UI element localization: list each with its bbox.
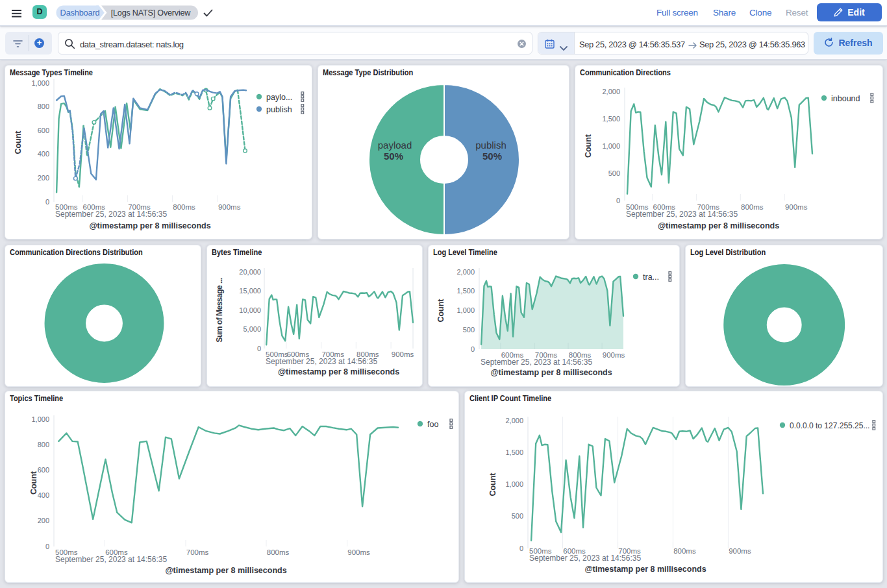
svg-text:800ms: 800ms: [173, 203, 195, 211]
svg-text:0: 0: [45, 198, 49, 206]
svg-text:@timestamp per 8 milliseconds: @timestamp per 8 milliseconds: [89, 221, 210, 230]
svg-text:5,000: 5,000: [243, 325, 261, 333]
svg-text:600: 600: [38, 466, 49, 474]
svg-text:1,500: 1,500: [505, 448, 523, 456]
svg-text:1,500: 1,500: [602, 115, 620, 123]
svg-text:0.0.0.0 to 127.255.25...: 0.0.0.0 to 127.255.25...: [790, 421, 869, 430]
svg-text:500: 500: [608, 169, 620, 177]
svg-text:1,000: 1,000: [602, 142, 620, 150]
svg-text:50%: 50%: [482, 151, 502, 162]
svg-text:800: 800: [38, 441, 49, 448]
svg-text:2,000: 2,000: [505, 417, 523, 424]
svg-text:@timestamp per 8 milliseconds: @timestamp per 8 milliseconds: [165, 566, 286, 575]
svg-text:Count: Count: [584, 134, 593, 158]
svg-text:Count: Count: [29, 471, 38, 495]
svg-text:1,000: 1,000: [31, 79, 49, 87]
svg-text:@timestamp per 8 milliseconds: @timestamp per 8 milliseconds: [490, 368, 612, 377]
svg-text:2,000: 2,000: [602, 88, 620, 95]
svg-text:0: 0: [616, 197, 620, 204]
svg-text:Count: Count: [436, 299, 445, 323]
svg-text:700ms: 700ms: [186, 548, 209, 556]
svg-text:Count: Count: [488, 472, 497, 496]
svg-text:800ms: 800ms: [267, 548, 290, 556]
svg-text:publish: publish: [475, 140, 506, 151]
svg-text:15,000: 15,000: [239, 287, 261, 295]
svg-text:900ms: 900ms: [603, 351, 625, 359]
svg-text:900ms: 900ms: [392, 350, 414, 358]
svg-text:900ms: 900ms: [347, 548, 370, 556]
svg-text:publish: publish: [266, 105, 292, 114]
svg-text:2,000: 2,000: [456, 268, 475, 276]
svg-text:500: 500: [463, 326, 475, 334]
svg-text:payload: payload: [378, 140, 412, 151]
svg-text:500: 500: [512, 512, 523, 520]
svg-text:0: 0: [471, 345, 475, 353]
svg-text:10,000: 10,000: [239, 306, 261, 314]
svg-text:September 25, 2023 at 14:56:35: September 25, 2023 at 14:56:35: [626, 210, 738, 219]
svg-text:Count: Count: [14, 130, 23, 154]
svg-text:@timestamp per 8 milliseconds: @timestamp per 8 milliseconds: [658, 221, 779, 230]
svg-text:200: 200: [38, 517, 49, 524]
svg-text:paylo...: paylo...: [266, 93, 292, 102]
svg-text:[Logs NATS] Overview: [Logs NATS] Overview: [111, 8, 192, 18]
svg-text:600: 600: [38, 127, 49, 134]
svg-text:1,000: 1,000: [31, 415, 49, 423]
svg-text:inbound: inbound: [831, 94, 860, 103]
svg-text:@timestamp per 8 milliseconds: @timestamp per 8 milliseconds: [278, 367, 399, 376]
svg-text:1,000: 1,000: [456, 306, 475, 314]
svg-text:900ms: 900ms: [729, 547, 751, 555]
svg-text:400: 400: [38, 491, 49, 499]
svg-text:foo: foo: [427, 420, 438, 429]
svg-text:1,000: 1,000: [505, 480, 523, 488]
svg-text:800: 800: [38, 103, 49, 110]
svg-text:0: 0: [519, 545, 523, 552]
svg-text:September 25, 2023 at 14:56:35: September 25, 2023 at 14:56:35: [481, 358, 592, 367]
svg-text:tra...: tra...: [643, 273, 659, 282]
svg-text:Dashboard: Dashboard: [60, 8, 100, 18]
svg-text:400: 400: [38, 150, 49, 158]
svg-text:September 25, 2023 at 14:56:35: September 25, 2023 at 14:56:35: [529, 554, 641, 563]
svg-text:Sum of Message ...: Sum of Message ...: [215, 278, 224, 342]
svg-text:900ms: 900ms: [218, 203, 241, 211]
svg-text:200: 200: [38, 174, 49, 182]
svg-text:1,500: 1,500: [456, 287, 475, 295]
svg-text:800ms: 800ms: [673, 547, 696, 555]
svg-text:50%: 50%: [384, 151, 403, 162]
svg-text:0: 0: [45, 543, 49, 550]
svg-text:900ms: 900ms: [785, 203, 808, 211]
svg-text:September 25, 2023 at 14:56:35: September 25, 2023 at 14:56:35: [55, 555, 167, 564]
svg-text:September 25, 2023 at 14:56:35: September 25, 2023 at 14:56:35: [266, 357, 377, 366]
svg-text:0: 0: [257, 345, 261, 352]
svg-text:800ms: 800ms: [741, 203, 764, 211]
svg-text:@timestamp per 8 milliseconds: @timestamp per 8 milliseconds: [584, 565, 706, 574]
svg-text:20,000: 20,000: [239, 268, 261, 276]
svg-text:September 25, 2023 at 14:56:35: September 25, 2023 at 14:56:35: [55, 210, 167, 219]
